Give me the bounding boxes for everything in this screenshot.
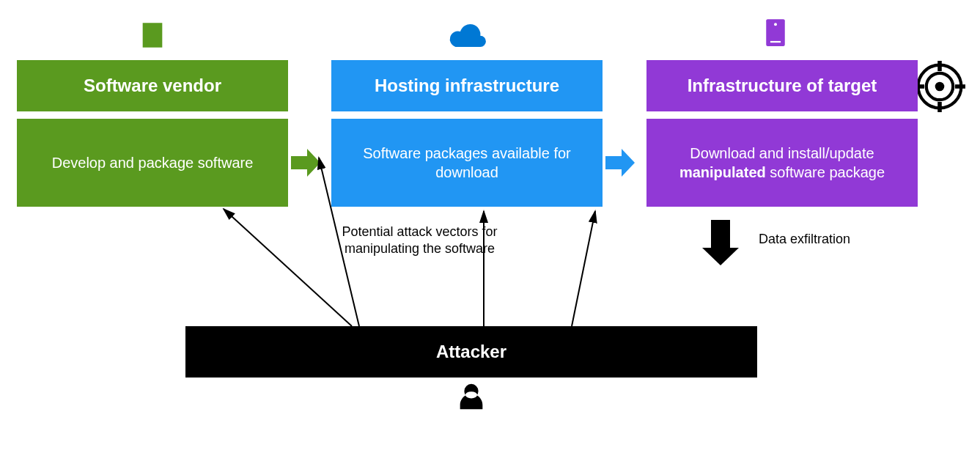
attack-vectors-label: Potential attack vectors for manipulatin… [337,224,502,257]
target-body-bold: manipulated [679,164,766,180]
building-icon [138,21,167,53]
hosting-header: Hosting infrastructure [331,60,603,111]
svg-point-14 [465,391,477,398]
target-icon [914,61,965,115]
target-title: Infrastructure of target [688,76,877,96]
attacker-icon [454,381,488,418]
attacker-box: Attacker [185,326,757,378]
target-body: Download and install/update manipulated … [661,144,903,182]
target-body-post: software package [766,164,885,180]
svg-line-13 [572,211,595,326]
vendor-header: Software vendor [17,60,288,111]
target-body-pre: Download and install/update [690,145,874,161]
svg-point-5 [935,82,945,92]
svg-rect-2 [770,41,781,43]
vendor-body: Develop and package software [52,153,254,172]
target-header: Infrastructure of target [646,60,918,111]
exfiltration-label: Data exfiltration [759,231,850,248]
hosting-body: Software packages available for download [346,144,588,182]
vendor-title: Software vendor [84,76,221,96]
hosting-title: Hosting infrastructure [375,76,559,96]
svg-line-10 [224,209,352,326]
vendor-body-box: Develop and package software [17,119,288,207]
svg-point-1 [774,23,777,26]
server-icon [763,18,788,53]
hosting-body-box: Software packages available for download [331,119,603,207]
cloud-icon [448,22,489,54]
attacker-title: Attacker [436,342,506,362]
target-body-box: Download and install/update manipulated … [646,119,918,207]
